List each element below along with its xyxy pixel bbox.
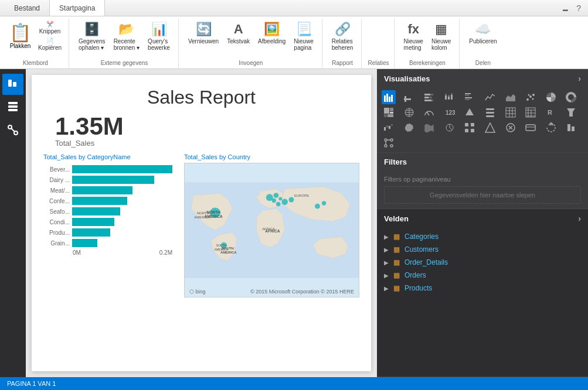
edit-queries-button[interactable]: 📊 Query'sbewerke: [144, 20, 174, 53]
filters-drop-zone[interactable]: Gegevensvelden hier naartoe slepen: [384, 186, 581, 204]
viz-custom5-icon[interactable]: [524, 121, 538, 135]
viz-area-chart-icon[interactable]: [504, 90, 518, 104]
svg-line-7: [11, 128, 15, 132]
svg-line-71: [427, 112, 429, 115]
svg-text:NORTH: NORTH: [197, 211, 209, 215]
new-measure-button[interactable]: fx Nieuwemeting: [400, 20, 427, 53]
help-button[interactable]: ?: [574, 4, 583, 13]
data-view-button[interactable]: [2, 97, 23, 118]
manage-relations-button[interactable]: 🔗 Relatiesbeheren: [328, 20, 357, 53]
tab-bestand[interactable]: Bestand: [5, 0, 50, 16]
field-item-orders[interactable]: ▶ ▦ Orders: [377, 269, 588, 282]
viz-clustered-bar-icon[interactable]: [463, 90, 477, 104]
viz-funnel-icon[interactable]: [564, 105, 578, 119]
viz-donut-icon[interactable]: [564, 90, 578, 104]
insert-items: 🔄 Vernieuwen A Tekstvak 🖼️ Afbeelding 📃 …: [185, 19, 317, 60]
svg-rect-34: [389, 97, 390, 102]
field-item-customers[interactable]: ▶ ▦ Customers: [377, 243, 588, 256]
viz-expand-arrow[interactable]: ›: [578, 74, 581, 83]
svg-marker-55: [506, 94, 515, 101]
paste-button[interactable]: 📋 Plakken: [7, 20, 33, 59]
viz-filled-map-icon[interactable]: [402, 121, 416, 135]
svg-marker-101: [485, 123, 495, 132]
svg-rect-74: [486, 108, 494, 110]
publish-button[interactable]: ☁️ Publiceren: [465, 20, 500, 46]
right-panel: Visualisaties ›: [377, 69, 588, 377]
image-button[interactable]: 🖼️ Afbeelding: [254, 20, 289, 46]
copy-icon: 📄: [46, 37, 53, 44]
viz-table-icon[interactable]: [504, 105, 518, 119]
viz-waterfall-icon[interactable]: [382, 121, 396, 135]
field-item-categories[interactable]: ▶ ▦ Categories: [377, 230, 588, 243]
bar-track: [72, 197, 172, 205]
field-name-orders: Orders: [405, 271, 426, 279]
status-text: PAGINA 1 VAN 1: [7, 380, 56, 387]
viz-matrix-icon[interactable]: [524, 105, 538, 119]
copy-label: Kopiëren: [38, 45, 62, 51]
fields-list: ▶ ▦ Categories ▶ ▦ Customers ▶ ▦ Order_D…: [377, 228, 588, 297]
viz-spin-icon[interactable]: [544, 121, 558, 135]
rapport-items: 🔗 Relatiesbeheren: [328, 19, 357, 60]
viz-pie-chart-icon[interactable]: [544, 90, 558, 104]
textbox-button[interactable]: A Tekstvak: [223, 20, 253, 46]
recent-sources-button[interactable]: 📂 Recentebronnen ▾: [110, 20, 143, 53]
report-title: Sales Report: [32, 75, 371, 114]
field-item-products[interactable]: ▶ ▦ Products: [377, 282, 588, 295]
report-view-button[interactable]: [2, 74, 23, 95]
viz-stacked-bar-icon[interactable]: [422, 90, 436, 104]
svg-point-15: [282, 199, 288, 205]
relationship-view-button[interactable]: [2, 121, 23, 142]
svg-rect-90: [384, 127, 386, 131]
report-canvas: Sales Report 1.35M Total_Sales Total_Sal…: [32, 75, 371, 371]
viz-treemap-icon[interactable]: [382, 105, 396, 119]
viz-map-icon[interactable]: [402, 105, 416, 119]
new-column-button[interactable]: ▦ Nieuwekolom: [428, 20, 454, 53]
refresh-button[interactable]: 🔄 Vernieuwen: [185, 20, 222, 46]
svg-point-19: [322, 201, 326, 205]
viz-r-visual-icon[interactable]: R: [544, 105, 558, 119]
viz-icons-grid: 123 R: [377, 88, 588, 152]
viz-custom4-icon[interactable]: [504, 121, 518, 135]
copy-button[interactable]: 📄 Kopiëren: [36, 36, 64, 52]
svg-rect-50: [451, 93, 453, 95]
viz-stacked-col-icon[interactable]: [443, 90, 457, 104]
get-data-button[interactable]: 🗄️ Gegevensophalen ▾: [75, 20, 109, 53]
viz-column-chart-icon[interactable]: [402, 90, 416, 104]
image-icon: 🖼️: [264, 22, 280, 37]
bar-row: Bever...: [43, 165, 172, 173]
cut-button[interactable]: ✂️ Knippen: [36, 20, 64, 36]
field-arrow-orders: ▶: [384, 272, 389, 279]
tab-startpagina[interactable]: Startpagina: [50, 0, 105, 16]
minimize-button[interactable]: 🗕: [559, 4, 572, 13]
viz-custom2-icon[interactable]: [463, 121, 477, 135]
viz-custom3-icon[interactable]: [483, 121, 497, 135]
viz-card-icon[interactable]: 123: [443, 105, 457, 119]
data-view-icon: [7, 101, 19, 115]
charts-container: Total_Sales by CategoryName Bever... Dai…: [32, 153, 371, 297]
map-container[interactable]: NORTH AMERICA EUROPE SOUTH AMERICA AFRIC…: [184, 163, 359, 297]
bar-track: [72, 218, 172, 226]
field-icon-categories: ▦: [393, 232, 400, 241]
fields-expand-arrow[interactable]: ›: [578, 214, 581, 223]
viz-gauge-icon[interactable]: [422, 105, 436, 119]
viz-line-chart-icon[interactable]: [483, 90, 497, 104]
canvas-area: Sales Report 1.35M Total_Sales Total_Sal…: [26, 69, 377, 377]
map-title: Total_Sales by Country: [184, 153, 359, 160]
viz-slicer-icon[interactable]: [483, 105, 497, 119]
delen-items: ☁️ Publiceren: [465, 19, 500, 60]
viz-extra2-icon[interactable]: [382, 136, 396, 150]
publish-icon: ☁️: [475, 22, 491, 37]
bar-row: Condi...: [43, 218, 172, 226]
bar-chart[interactable]: Bever... Dairy ... Meat/... Confe... Sea…: [43, 165, 172, 247]
viz-custom1-icon[interactable]: [443, 121, 457, 135]
bar-fill: [72, 239, 97, 247]
svg-rect-63: [384, 108, 389, 114]
new-page-button[interactable]: 📃 Nieuwepagina: [290, 20, 317, 53]
field-item-order-details[interactable]: ▶ ▦ Order_Details: [377, 256, 588, 269]
viz-ribbon-chart-icon[interactable]: [422, 121, 436, 135]
viz-extra1-icon[interactable]: [564, 121, 578, 135]
viz-kpi-icon[interactable]: [463, 105, 477, 119]
edit-queries-icon: 📊: [151, 22, 167, 37]
viz-bar-chart-icon[interactable]: [382, 90, 396, 104]
viz-scatter-icon[interactable]: [524, 90, 538, 104]
